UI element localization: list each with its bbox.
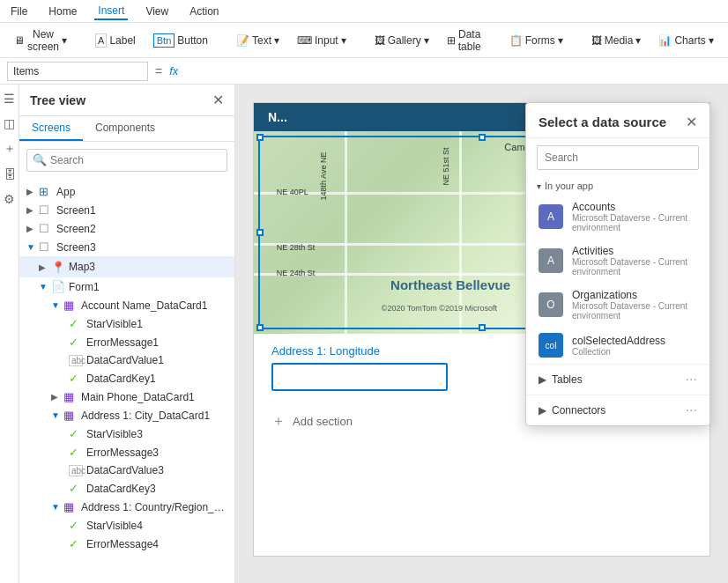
tree-label-em3: ErrorMessage3 (86, 446, 227, 459)
tree-item-starvisible1[interactable]: ✓ StarVisible1 (19, 314, 234, 333)
expand-icon-map3[interactable]: ▶ (39, 262, 51, 272)
tab-screens[interactable]: Screens (19, 116, 83, 141)
tree-item-errormessage1[interactable]: ✓ ErrorMessage1 (19, 333, 234, 351)
dialog-item-organizations[interactable]: O Organizations Microsoft Dataverse - Cu… (526, 283, 709, 327)
tree-label-dck3: DataCardKey3 (86, 483, 227, 495)
activities-text: Activities Microsoft Dataverse - Current… (572, 245, 697, 277)
layers-icon[interactable]: ◫ (4, 116, 15, 130)
chevron-right-tables: ▶ (539, 373, 546, 386)
settings-icon[interactable]: ⚙ (4, 192, 15, 206)
expand-icon-s3[interactable]: ▼ (26, 242, 39, 252)
chevron-down-icon: ▾ (62, 34, 67, 47)
button-button[interactable]: Btn Button (146, 30, 215, 51)
expand-icon-form1[interactable]: ▼ (39, 282, 51, 292)
field-input[interactable] (271, 363, 448, 391)
formula-input[interactable] (185, 62, 721, 81)
check-icon-sv4: ✓ (69, 519, 83, 532)
tree-label-form1: Form1 (69, 281, 227, 293)
tree-item-map3[interactable]: ▶ 📍 Map3 ··· (19, 256, 234, 277)
tree-item-mainphone-card[interactable]: ▶ ▦ Main Phone_DataCard1 (19, 387, 234, 406)
dialog-search-input[interactable] (537, 145, 699, 170)
expand-icon-citycard[interactable]: ▼ (51, 410, 63, 420)
icons-button[interactable]: 🔷 Icons (724, 31, 728, 50)
database-icon[interactable]: 🗄 (4, 167, 16, 181)
name-box[interactable] (7, 62, 148, 81)
activities-icon: A (539, 248, 563, 273)
tree-item-country-card[interactable]: ▼ ▦ Address 1: Country/Region_DataCard (19, 498, 234, 516)
tree-label-em4: ErrorMessage4 (86, 538, 227, 550)
tree-close-button[interactable]: ✕ (212, 92, 224, 108)
expand-icon[interactable]: ▶ (26, 187, 39, 196)
dialog-section-label: In your app (545, 181, 593, 191)
form-icon: 📄 (51, 280, 65, 293)
tree-item-account-card[interactable]: ▼ ▦ Account Name_DataCard1 (19, 296, 234, 314)
tree-item-datacardkey3[interactable]: ✓ DataCardKey3 (19, 479, 234, 498)
menu-insert[interactable]: Insert (94, 3, 128, 20)
dialog-section-in-app[interactable]: ▾ In your app (526, 177, 709, 195)
tree-item-screen3[interactable]: ▼ ☐ Screen3 (19, 238, 234, 256)
dialog-item-activities[interactable]: A Activities Microsoft Dataverse - Curre… (526, 239, 709, 283)
tree-title: Tree view (30, 93, 85, 107)
menu-action[interactable]: Action (186, 4, 222, 19)
forms-button[interactable]: 📋 Forms ▾ (502, 31, 570, 50)
tree-label-sv4: StarVisible4 (86, 520, 227, 532)
tree-label-dcv3: DataCardValue3 (86, 464, 227, 476)
dialog-item-accounts[interactable]: A Accounts Microsoft Dataverse - Current… (526, 195, 709, 239)
input-button[interactable]: ⌨ Input ▾ (290, 31, 353, 50)
tree-item-app[interactable]: ▶ ⊞ App (19, 182, 234, 201)
road-label-1: 148th Ave NE (319, 152, 328, 201)
accounts-icon: A (539, 204, 563, 229)
chevron-down-icon-5: ▾ (558, 34, 563, 47)
tree-item-datacardvalue1[interactable]: abc DataCardValue1 (19, 351, 234, 369)
dialog-item-colselectedaddress[interactable]: col colSelectedAddress Collection (526, 327, 709, 364)
new-screen-button[interactable]: 🖥 New screen ▾ (7, 25, 74, 56)
dialog-close-button[interactable]: ✕ (686, 114, 697, 130)
tree-item-starvisible3[interactable]: ✓ StarVisible3 (19, 424, 234, 443)
menu-home[interactable]: Home (45, 4, 80, 19)
tree-item-datacardkey1[interactable]: ✓ DataCardKey1 (19, 369, 234, 387)
check-icon-em4: ✓ (69, 537, 83, 550)
label-button[interactable]: A Label (88, 30, 143, 51)
expand-icon-accard[interactable]: ▼ (51, 300, 63, 310)
hamburger-icon[interactable]: ☰ (4, 92, 15, 106)
add-section-label: Add section (293, 415, 353, 428)
tree-item-city-card[interactable]: ▼ ▦ Address 1: City_DataCard1 (19, 406, 234, 424)
sidebar-icons: ☰ ◫ ＋ 🗄 ⚙ (0, 85, 19, 583)
check-icon-em1: ✓ (69, 336, 83, 349)
charts-button[interactable]: 📊 Charts ▾ (651, 31, 720, 50)
tree-item-errormessage4[interactable]: ✓ ErrorMessage4 (19, 535, 234, 553)
expand-icon-s2[interactable]: ▶ (26, 224, 39, 233)
chevron-down-icon-section: ▾ (537, 181, 541, 191)
formula-bar: = fx (0, 58, 728, 85)
tree-item-starvisible4[interactable]: ✓ StarVisible4 (19, 516, 234, 535)
tree-label-dcv1: DataCardValue1 (86, 354, 227, 366)
text-button[interactable]: 📝 Text ▾ (229, 31, 286, 50)
expand-icon-s1[interactable]: ▶ (26, 205, 39, 215)
card-icon-city: ▦ (63, 409, 78, 422)
connectors-more-icon[interactable]: ··· (686, 402, 697, 418)
main-layout: ☰ ◫ ＋ 🗄 ⚙ Tree view ✕ Screens Components… (0, 85, 728, 583)
tree-item-errormessage3[interactable]: ✓ ErrorMessage3 (19, 443, 234, 461)
map-copyright: ©2020 TomTom ©2019 Microsoft (382, 304, 497, 313)
plus-icon[interactable]: ＋ (4, 141, 16, 157)
search-input[interactable] (26, 149, 227, 172)
media-button[interactable]: 🖼 Media ▾ (584, 31, 649, 50)
menu-file[interactable]: File (7, 4, 31, 19)
button-icon: Btn (153, 33, 175, 48)
gallery-button[interactable]: 🖼 Gallery ▾ (368, 31, 436, 50)
dialog-nav-tables[interactable]: ▶ Tables ··· (526, 364, 709, 395)
tree-item-datacardvalue3[interactable]: abc DataCardValue3 (19, 461, 234, 479)
data-table-button[interactable]: ⊞ Data table (440, 25, 488, 56)
expand-icon-mpcard[interactable]: ▶ (51, 392, 63, 402)
menu-view[interactable]: View (142, 4, 172, 19)
tree-item-screen1[interactable]: ▶ ☐ Screen1 (19, 201, 234, 219)
collection-name: colSelectedAddress (572, 335, 665, 347)
tree-item-screen2[interactable]: ▶ ☐ Screen2 (19, 219, 234, 238)
tree-item-form1[interactable]: ▼ 📄 Form1 (19, 277, 234, 296)
chevron-down-icon-3: ▾ (341, 34, 346, 47)
dialog-nav-connectors[interactable]: ▶ Connectors ··· (526, 395, 709, 425)
tables-more-icon[interactable]: ··· (686, 372, 697, 387)
tab-components[interactable]: Components (83, 116, 167, 141)
expand-icon-countrycard[interactable]: ▼ (51, 502, 63, 512)
tree-panel: Tree view ✕ Screens Components 🔍 ▶ ⊞ App… (19, 85, 235, 583)
